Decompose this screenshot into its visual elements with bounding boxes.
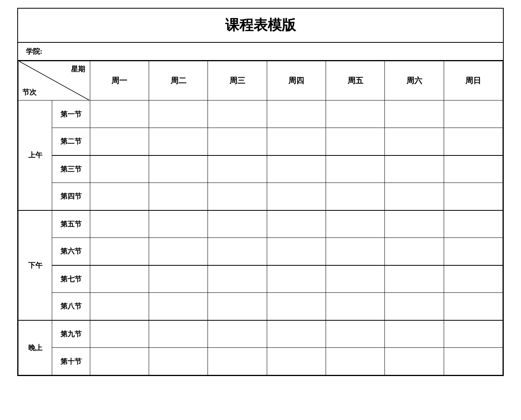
schedule-cell[interactable] [385,293,444,320]
schedule-cell[interactable] [208,348,267,375]
schedule-cell[interactable] [385,100,444,128]
schedule-cell[interactable] [326,320,385,348]
schedule-wrapper: 课程表模版 学院: 星期 节次 周一 [17,8,504,376]
schedule-cell[interactable] [444,265,503,293]
period-label: 第五节 [52,210,90,238]
college-row: 学院: [18,43,503,61]
schedule-cell[interactable] [149,293,208,320]
period-label: 第八节 [52,293,90,320]
header-thursday: 周四 [267,61,326,100]
schedule-cell[interactable] [385,128,444,155]
table-row: 第八节 [18,293,503,320]
period-label: 第三节 [52,155,90,183]
time-group-1: 下午 [18,210,52,320]
schedule-cell[interactable] [208,100,267,128]
period-label: 第九节 [52,320,90,348]
schedule-cell[interactable] [149,265,208,293]
diagonal-header-cell: 星期 节次 [18,61,90,100]
table-row: 第四节 [18,183,503,210]
schedule-cell[interactable] [385,238,444,265]
schedule-cell[interactable] [326,293,385,320]
schedule-cell[interactable] [90,100,149,128]
schedule-cell[interactable] [385,320,444,348]
period-label: 第二节 [52,128,90,155]
schedule-cell[interactable] [385,210,444,238]
schedule-cell[interactable] [326,238,385,265]
schedule-body: 上午第一节第二节第三节第四节下午第五节第六节第七节第八节晚上第九节第十节 [18,100,503,375]
schedule-cell[interactable] [267,293,326,320]
schedule-cell[interactable] [326,348,385,375]
period-label: 第七节 [52,265,90,293]
schedule-cell[interactable] [208,265,267,293]
schedule-cell[interactable] [208,183,267,210]
schedule-cell[interactable] [267,128,326,155]
schedule-cell[interactable] [208,155,267,183]
schedule-cell[interactable] [385,183,444,210]
schedule-cell[interactable] [267,238,326,265]
schedule-cell[interactable] [385,348,444,375]
schedule-cell[interactable] [149,128,208,155]
schedule-cell[interactable] [444,293,503,320]
schedule-cell[interactable] [267,348,326,375]
schedule-cell[interactable] [444,100,503,128]
schedule-cell[interactable] [326,100,385,128]
schedule-cell[interactable] [149,238,208,265]
schedule-cell[interactable] [326,183,385,210]
schedule-cell[interactable] [208,238,267,265]
schedule-cell[interactable] [90,210,149,238]
schedule-cell[interactable] [90,348,149,375]
table-row: 晚上第九节 [18,320,503,348]
schedule-cell[interactable] [444,348,503,375]
schedule-cell[interactable] [267,100,326,128]
schedule-cell[interactable] [385,155,444,183]
schedule-cell[interactable] [267,155,326,183]
time-group-0: 上午 [18,100,52,210]
schedule-cell[interactable] [326,210,385,238]
schedule-cell[interactable] [208,128,267,155]
schedule-cell[interactable] [444,155,503,183]
schedule-cell[interactable] [90,238,149,265]
schedule-cell[interactable] [444,128,503,155]
table-row: 上午第一节 [18,100,503,128]
schedule-cell[interactable] [267,183,326,210]
schedule-cell[interactable] [90,183,149,210]
schedule-table: 星期 节次 周一 周二 周三 周四 周五 周六 周日 上午第一节第二节第三节第四… [18,61,503,375]
schedule-cell[interactable] [444,238,503,265]
diagonal-top-label: 星期 [71,64,85,74]
table-row: 第十节 [18,348,503,375]
schedule-cell[interactable] [90,128,149,155]
header-wednesday: 周三 [208,61,267,100]
period-label: 第四节 [52,183,90,210]
period-label: 第一节 [52,100,90,128]
schedule-cell[interactable] [208,320,267,348]
schedule-cell[interactable] [208,210,267,238]
period-label: 第十节 [52,348,90,375]
schedule-cell[interactable] [149,183,208,210]
schedule-cell[interactable] [326,265,385,293]
schedule-cell[interactable] [90,293,149,320]
schedule-cell[interactable] [326,155,385,183]
schedule-cell[interactable] [444,210,503,238]
table-row: 第三节 [18,155,503,183]
header-sunday: 周日 [444,61,503,100]
schedule-cell[interactable] [326,128,385,155]
schedule-cell[interactable] [90,265,149,293]
table-row: 第七节 [18,265,503,293]
schedule-cell[interactable] [267,210,326,238]
schedule-title: 课程表模版 [18,9,503,43]
schedule-cell[interactable] [385,265,444,293]
schedule-cell[interactable] [90,320,149,348]
schedule-cell[interactable] [149,348,208,375]
schedule-cell[interactable] [267,265,326,293]
schedule-cell[interactable] [267,320,326,348]
table-row: 第二节 [18,128,503,155]
schedule-cell[interactable] [444,183,503,210]
period-label: 第六节 [52,238,90,265]
schedule-cell[interactable] [208,293,267,320]
schedule-cell[interactable] [149,320,208,348]
schedule-cell[interactable] [149,155,208,183]
schedule-cell[interactable] [90,155,149,183]
schedule-cell[interactable] [444,320,503,348]
schedule-cell[interactable] [149,100,208,128]
schedule-cell[interactable] [149,210,208,238]
